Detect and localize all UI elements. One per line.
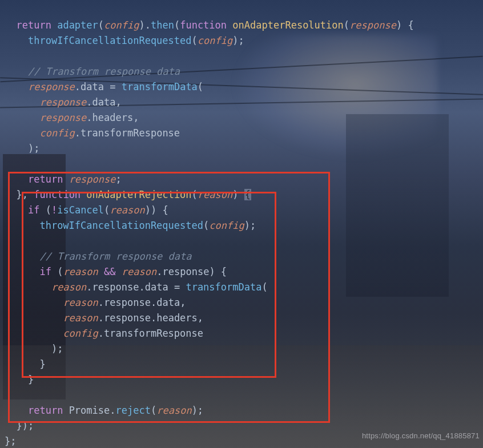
code-line: throwIfCancellationRequested(config); [5, 220, 256, 231]
code-line [5, 235, 10, 247]
prop-response: response [104, 312, 151, 324]
cursor-brace: { [244, 189, 251, 200]
var-reason: reason [63, 297, 98, 308]
prop-response: response [162, 266, 209, 277]
watermark: https://blog.csdn.net/qq_41885871 [362, 428, 480, 443]
param-response: response [349, 19, 396, 31]
code-line: }; [5, 435, 16, 447]
param-config: config [198, 35, 232, 46]
param-reason: reason [198, 189, 232, 200]
var-reason: reason [63, 266, 98, 277]
fn-throwIfCancel: throwIfCancellationRequested [39, 220, 203, 231]
fn-transformData: transformData [186, 281, 261, 293]
var-response: response [39, 112, 86, 123]
prop-response: response [104, 297, 151, 308]
prop-headers: headers [92, 112, 134, 123]
prop-response: response [92, 281, 139, 293]
keyword-return: return [28, 405, 63, 416]
code-line: ); [5, 343, 63, 354]
fn-transformData: transformData [122, 81, 198, 92]
param-reason: reason [110, 204, 144, 216]
var-config: config [39, 127, 74, 139]
class-Promise: Promise [69, 405, 110, 416]
code-line [5, 158, 10, 169]
code-line: response.headers, [5, 112, 139, 123]
var-response: response [39, 96, 86, 108]
keyword-function: function [34, 189, 80, 200]
code-block: return adapter(config).then(function onA… [5, 2, 478, 448]
code-line: reason.response.data, [5, 297, 186, 308]
var-response: response [69, 173, 116, 185]
keyword-return: return [16, 19, 51, 31]
comment: // Transform response data [39, 251, 191, 262]
prop-headers: headers [156, 312, 198, 324]
var-reason: reason [51, 281, 86, 293]
code-line: }, function onAdapterRejection(reason) { [5, 189, 251, 200]
code-line: throwIfCancellationRequested(config); [5, 35, 244, 46]
code-line: if (reason && reason.response) { [5, 266, 227, 277]
keyword-return: return [28, 173, 63, 185]
keyword-function: function [180, 19, 227, 31]
method-reject: reject [116, 405, 151, 416]
code-line: return response; [5, 173, 122, 185]
fn-throwIfCancel: throwIfCancellationRequested [28, 35, 192, 46]
fn-onAdapterRejection: onAdapterRejection [86, 189, 191, 200]
code-line: }); [5, 420, 34, 431]
prop-data: data [80, 81, 104, 92]
keyword-if: if [28, 204, 39, 216]
code-line: config.transformResponse [5, 127, 180, 139]
operator-and: && [104, 266, 115, 277]
code-line: return adapter(config).then(function onA… [5, 19, 414, 31]
method-then: then [151, 19, 174, 31]
comment: // Transform response data [28, 66, 180, 77]
code-line: // Transform response data [5, 251, 192, 262]
param-reason: reason [156, 405, 191, 416]
keyword-if: if [39, 266, 51, 277]
code-line: } [5, 374, 34, 385]
code-line: ); [5, 143, 39, 154]
code-line: reason.response.data = transformData( [5, 281, 268, 293]
var-response: response [28, 81, 75, 92]
code-line: } [5, 358, 46, 370]
code-line: response.data = transformData( [5, 81, 203, 92]
code-line: return Promise.reject(reason); [5, 405, 203, 416]
fn-adapter: adapter [57, 19, 98, 31]
prop-transformResponse: transformResponse [104, 328, 203, 339]
code-line [5, 389, 10, 401]
code-line: // Transform response data [5, 66, 180, 77]
prop-data: data [145, 281, 168, 293]
param-config: config [104, 19, 139, 31]
prop-data: data [156, 297, 180, 308]
var-reason: reason [122, 266, 156, 277]
param-config: config [209, 220, 244, 231]
code-line: if (!isCancel(reason)) { [5, 204, 168, 216]
code-line: response.data, [5, 96, 122, 108]
fn-isCancel: isCancel [57, 204, 104, 216]
code-line: config.transformResponse [5, 328, 203, 339]
prop-data: data [92, 96, 116, 108]
code-line: reason.response.headers, [5, 312, 203, 324]
code-line [5, 50, 10, 62]
prop-transformResponse: transformResponse [80, 127, 180, 139]
var-reason: reason [63, 312, 98, 324]
fn-onAdapterResolution: onAdapterResolution [232, 19, 343, 31]
var-config: config [63, 328, 98, 339]
